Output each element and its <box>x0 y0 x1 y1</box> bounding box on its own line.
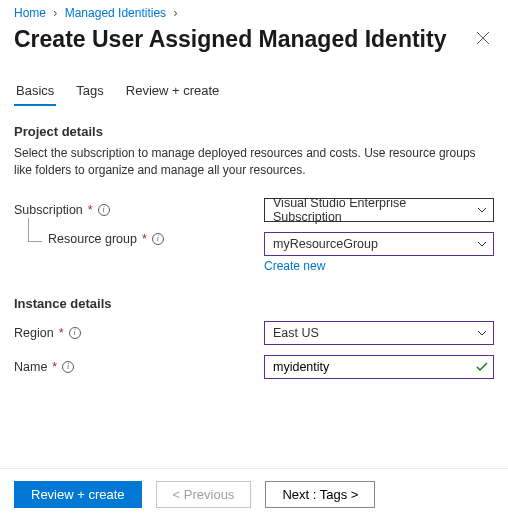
project-details-heading: Project details <box>14 124 494 139</box>
resource-group-label: Resource group <box>48 232 137 246</box>
info-icon[interactable]: i <box>98 204 110 216</box>
tab-basics[interactable]: Basics <box>14 79 56 106</box>
project-details-description: Select the subscription to manage deploy… <box>14 145 494 180</box>
region-value: East US <box>273 326 319 340</box>
breadcrumb-managed-identities[interactable]: Managed Identities <box>65 6 166 20</box>
subscription-value: Visual Studio Enterprise Subscription <box>273 196 469 224</box>
close-icon[interactable] <box>472 27 494 52</box>
checkmark-icon <box>476 358 488 376</box>
required-indicator: * <box>88 203 93 217</box>
create-new-resource-group-link[interactable]: Create new <box>264 259 325 273</box>
required-indicator: * <box>59 326 64 340</box>
region-select[interactable]: East US <box>264 321 494 345</box>
resource-group-select[interactable]: myResourceGroup <box>264 232 494 256</box>
info-icon[interactable]: i <box>69 327 81 339</box>
instance-details-heading: Instance details <box>14 296 494 311</box>
name-label: Name <box>14 360 47 374</box>
tabs: Basics Tags Review + create <box>0 79 508 106</box>
info-icon[interactable]: i <box>62 361 74 373</box>
region-label: Region <box>14 326 54 340</box>
tab-review-create[interactable]: Review + create <box>124 79 222 106</box>
chevron-right-icon: › <box>169 6 181 20</box>
chevron-down-icon <box>477 207 487 213</box>
required-indicator: * <box>142 232 147 246</box>
subscription-select[interactable]: Visual Studio Enterprise Subscription <box>264 198 494 222</box>
required-indicator: * <box>52 360 57 374</box>
chevron-down-icon <box>477 330 487 336</box>
page-title: Create User Assigned Managed Identity <box>14 26 446 53</box>
info-icon[interactable]: i <box>152 233 164 245</box>
chevron-down-icon <box>477 241 487 247</box>
next-button[interactable]: Next : Tags > <box>265 481 375 508</box>
tab-tags[interactable]: Tags <box>74 79 105 106</box>
subscription-label: Subscription <box>14 203 83 217</box>
resource-group-value: myResourceGroup <box>273 237 378 251</box>
review-create-button[interactable]: Review + create <box>14 481 142 508</box>
chevron-right-icon: › <box>49 6 61 20</box>
footer: Review + create < Previous Next : Tags > <box>0 468 508 520</box>
tree-connector <box>28 218 42 242</box>
previous-button: < Previous <box>156 481 252 508</box>
breadcrumb: Home › Managed Identities › <box>0 0 508 22</box>
breadcrumb-home[interactable]: Home <box>14 6 46 20</box>
name-field[interactable] <box>264 355 494 379</box>
